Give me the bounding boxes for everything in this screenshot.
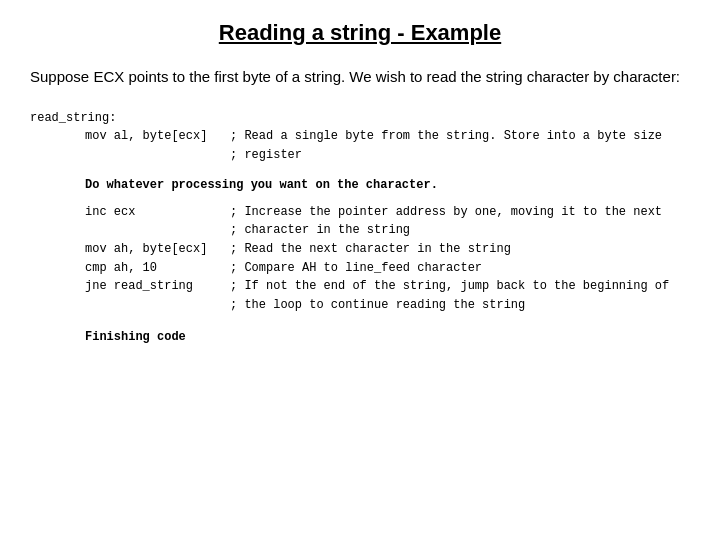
code-read-string-label: read_string:	[30, 109, 690, 128]
finishing-label: Finishing code	[85, 328, 690, 347]
jne-instr: jne read_string	[85, 277, 230, 296]
code-line-cmp: cmp ah, 10 ; Compare AH to line_feed cha…	[30, 259, 690, 278]
code-line-mov2: mov ah, byte[ecx] ; Read the next charac…	[30, 240, 690, 259]
cmp-instr: cmp ah, 10	[85, 259, 230, 278]
inc-instr: inc ecx	[85, 203, 230, 222]
do-line: Do whatever processing you want on the c…	[85, 176, 690, 195]
mov2-instr: mov ah, byte[ecx]	[85, 240, 230, 259]
inc-comment1: ; Increase the pointer address by one, m…	[230, 203, 690, 222]
jne-comment2: ; the loop to continue reading the strin…	[230, 296, 690, 315]
code-line-inc-comment2: ; character in the string	[30, 221, 690, 240]
read-string-label-text: read_string:	[30, 109, 116, 128]
code-line-mov1-comment2: ; register	[30, 146, 690, 165]
inc-comment2: ; character in the string	[230, 221, 690, 240]
mov2-comment: ; Read the next character in the string	[230, 240, 690, 259]
code-line-mov1: mov al, byte[ecx] ; Read a single byte f…	[30, 127, 690, 146]
cmp-comment: ; Compare AH to line_feed character	[230, 259, 690, 278]
code-block: read_string: mov al, byte[ecx] ; Read a …	[30, 109, 690, 348]
page: Reading a string - Example Suppose ECX p…	[0, 0, 720, 540]
code-line-jne: jne read_string ; If not the end of the …	[30, 277, 690, 296]
page-title: Reading a string - Example	[30, 20, 690, 46]
jne-comment1: ; If not the end of the string, jump bac…	[230, 277, 690, 296]
code-line-jne-comment2: ; the loop to continue reading the strin…	[30, 296, 690, 315]
code-line-inc: inc ecx ; Increase the pointer address b…	[30, 203, 690, 222]
mov1-instr: mov al, byte[ecx]	[85, 127, 230, 146]
intro-paragraph: Suppose ECX points to the first byte of …	[30, 66, 690, 89]
mov1-comment2: ; register	[230, 146, 690, 165]
mov1-comment: ; Read a single byte from the string. St…	[230, 127, 690, 146]
